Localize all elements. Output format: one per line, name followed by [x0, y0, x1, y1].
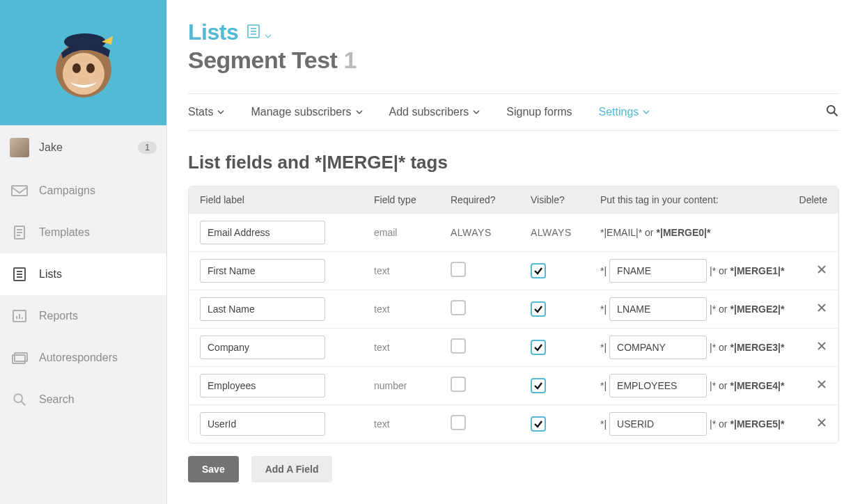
tag-input[interactable] — [609, 374, 707, 397]
sidebar-item-label: Campaigns — [39, 184, 95, 197]
tab-bar: Stats Manage subscribers Add subscribers… — [188, 93, 839, 131]
tag-cell: *||* or *|MERGE4|* — [600, 374, 785, 397]
notification-badge: 1 — [138, 141, 157, 154]
tab-signup-forms[interactable]: Signup forms — [506, 106, 572, 118]
svg-point-3 — [86, 63, 95, 73]
tab-stats[interactable]: Stats — [188, 106, 224, 118]
table-row: emailALWAYSALWAYS*|EMAIL|* or *|MERGE0|* — [189, 213, 838, 251]
tag-input[interactable] — [609, 412, 707, 436]
field-label-input[interactable] — [200, 412, 325, 436]
tag-cell: *||* or *|MERGE5|* — [600, 412, 785, 436]
delete-icon[interactable] — [816, 304, 827, 315]
tab-manage-subscribers[interactable]: Manage subscribers — [251, 106, 362, 118]
search-icon[interactable] — [825, 104, 839, 120]
tag-cell: *||* or *|MERGE1|* — [600, 259, 785, 283]
svg-line-27 — [834, 113, 838, 116]
chevron-down-icon — [217, 109, 224, 116]
sidebar-item-search[interactable]: Search — [0, 379, 166, 420]
sidebar: Jake 1 CampaignsTemplatesListsReportsAut… — [0, 0, 167, 504]
tab-add-subscribers[interactable]: Add subscribers — [389, 106, 480, 118]
breadcrumb-label: Lists — [188, 19, 238, 45]
tag-input[interactable] — [609, 297, 707, 321]
search-icon — [10, 391, 29, 408]
required-checkbox[interactable] — [451, 262, 466, 277]
required-checkbox[interactable] — [451, 377, 466, 392]
tag-cell: *||* or *|MERGE3|* — [600, 336, 785, 359]
section-title: List fields and *|MERGE|* tags — [188, 152, 839, 173]
sidebar-item-campaigns[interactable]: Campaigns — [0, 170, 166, 212]
required-static: ALWAYS — [451, 227, 531, 238]
required-checkbox[interactable] — [451, 415, 466, 430]
required-checkbox[interactable] — [451, 300, 466, 315]
user-name: Jake — [39, 141, 63, 154]
sidebar-item-label: Lists — [39, 268, 62, 281]
svg-point-1 — [63, 53, 104, 95]
sidebar-item-templates[interactable]: Templates — [0, 212, 166, 253]
brand-logo — [0, 0, 166, 125]
save-button[interactable]: Save — [188, 456, 239, 482]
field-label-input[interactable] — [200, 259, 325, 283]
field-label-input[interactable] — [200, 374, 325, 397]
sidebar-item-autoresponders[interactable]: Autoresponders — [0, 337, 166, 379]
field-label-input[interactable] — [200, 336, 325, 359]
tab-settings[interactable]: Settings — [599, 106, 650, 118]
visible-checkbox[interactable] — [531, 378, 546, 393]
table-row: number*||* or *|MERGE4|* — [189, 366, 838, 404]
svg-point-20 — [14, 394, 22, 402]
svg-point-4 — [64, 33, 106, 50]
visible-checkbox[interactable] — [531, 301, 546, 317]
add-field-button[interactable]: Add A Field — [251, 456, 333, 482]
field-type: email — [374, 227, 451, 238]
svg-point-2 — [72, 63, 81, 73]
sidebar-user[interactable]: Jake 1 — [0, 125, 166, 170]
list-icon — [245, 19, 262, 45]
chevron-down-icon — [356, 109, 363, 116]
sidebar-item-reports[interactable]: Reports — [0, 295, 166, 337]
table-row: text*||* or *|MERGE5|* — [189, 404, 838, 443]
th-delete: Delete — [785, 194, 827, 205]
delete-icon[interactable] — [816, 418, 827, 430]
table-row: text*||* or *|MERGE3|* — [189, 328, 838, 366]
chevron-down-icon — [473, 109, 480, 116]
th-visible: Visible? — [531, 194, 600, 205]
table-row: text*||* or *|MERGE1|* — [189, 251, 838, 290]
tag-cell: *||* or *|MERGE2|* — [600, 297, 785, 321]
main-content: Lists Segment Test 1 Stats — [167, 0, 860, 504]
th-required: Required? — [451, 194, 531, 205]
field-type: number — [374, 380, 451, 391]
field-label-input[interactable] — [200, 221, 325, 244]
table-header-row: Field label Field type Required? Visible… — [189, 187, 838, 213]
delete-icon[interactable] — [816, 342, 827, 354]
field-label-input[interactable] — [200, 297, 325, 321]
chevron-down-icon — [643, 109, 650, 116]
visible-checkbox[interactable] — [531, 416, 546, 432]
doc-icon — [10, 224, 29, 241]
th-label: Field label — [200, 194, 374, 205]
sidebar-item-lists[interactable]: Lists — [0, 253, 166, 295]
action-bar: Save Add A Field — [188, 456, 839, 482]
sidebar-item-label: Templates — [39, 226, 90, 239]
sidebar-item-label: Search — [39, 393, 75, 406]
th-type: Field type — [374, 194, 451, 205]
svg-point-26 — [827, 106, 835, 113]
envelope-icon — [10, 182, 29, 199]
delete-icon[interactable] — [816, 380, 827, 392]
field-type: text — [374, 265, 451, 276]
svg-line-21 — [22, 402, 26, 406]
list-icon — [10, 266, 29, 283]
avatar — [10, 138, 29, 157]
tag-input[interactable] — [609, 259, 707, 283]
chart-icon — [10, 308, 29, 324]
sidebar-item-label: Reports — [39, 310, 78, 322]
tag-cell: *|EMAIL|* or *|MERGE0|* — [600, 227, 785, 238]
delete-icon[interactable] — [816, 265, 827, 277]
visible-checkbox[interactable] — [531, 263, 546, 278]
required-checkbox[interactable] — [451, 338, 466, 354]
breadcrumb[interactable]: Lists — [188, 19, 839, 45]
field-type: text — [374, 342, 451, 353]
field-type: text — [374, 304, 451, 315]
tag-input[interactable] — [609, 336, 707, 359]
table-row: text*||* or *|MERGE2|* — [189, 290, 838, 328]
layers-icon — [10, 349, 29, 366]
visible-checkbox[interactable] — [531, 340, 546, 355]
